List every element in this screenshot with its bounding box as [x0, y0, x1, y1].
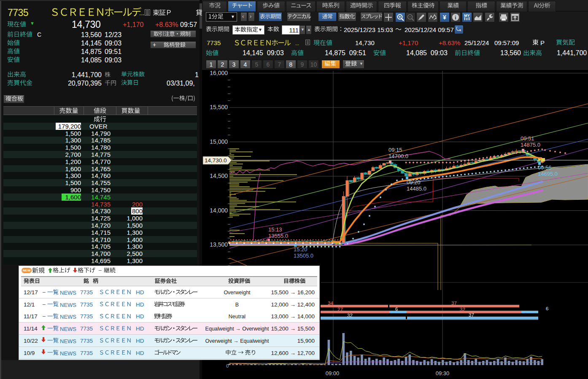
svg-text:MY: MY	[464, 13, 470, 18]
svg-text:¥: ¥	[443, 14, 446, 21]
